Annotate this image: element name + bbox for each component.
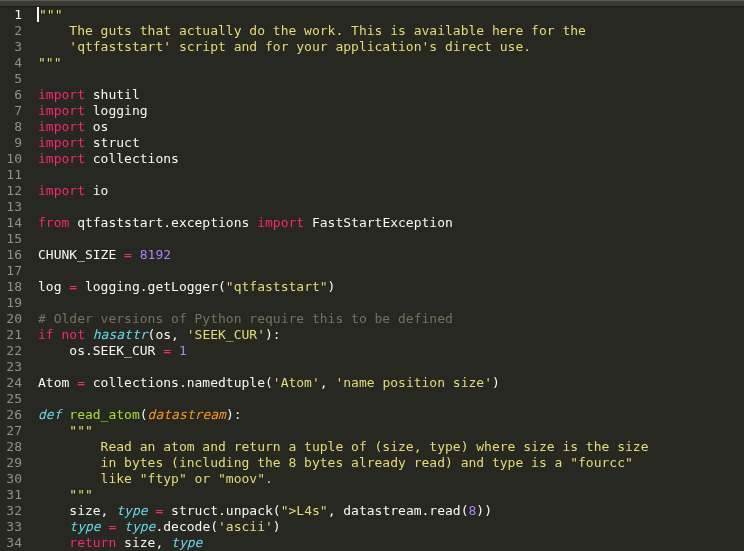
line-number: 17 — [4, 263, 22, 279]
window-titlebar — [0, 0, 744, 7]
code-line[interactable] — [38, 167, 744, 183]
line-number: 18 — [4, 279, 22, 295]
line-number: 23 — [4, 359, 22, 375]
token-plain: CHUNK_SIZE — [38, 247, 124, 262]
line-number: 9 — [4, 135, 22, 151]
code-line[interactable]: import logging — [38, 103, 744, 119]
token-type: type — [124, 519, 155, 534]
code-line[interactable]: import os — [38, 119, 744, 135]
token-plain — [38, 535, 69, 550]
code-line[interactable]: log = logging.getLogger("qtfaststart") — [38, 279, 744, 295]
token-plain: Atom — [38, 375, 77, 390]
line-number: 26 — [4, 407, 22, 423]
code-line[interactable]: import io — [38, 183, 744, 199]
token-kw: = — [77, 375, 85, 390]
code-line[interactable]: def read_atom(datastream): — [38, 407, 744, 423]
code-line[interactable]: """ — [38, 7, 744, 23]
token-plain: , datastream.read( — [328, 503, 469, 518]
token-plain: )) — [476, 503, 492, 518]
code-line[interactable] — [38, 295, 744, 311]
token-fn: read_atom — [69, 407, 139, 422]
line-number: 25 — [4, 391, 22, 407]
line-number: 4 — [4, 55, 22, 71]
code-line[interactable] — [38, 231, 744, 247]
token-num: 1 — [179, 343, 187, 358]
code-line[interactable] — [38, 71, 744, 87]
line-number: 5 — [4, 71, 22, 87]
code-line[interactable]: import shutil — [38, 87, 744, 103]
code-line[interactable]: return size, type — [38, 535, 744, 551]
token-plain: ) — [273, 519, 281, 534]
code-area[interactable]: """ The guts that actually do the work. … — [28, 7, 744, 551]
line-number: 8 — [4, 119, 22, 135]
line-number: 31 — [4, 487, 22, 503]
line-number: 1 — [4, 7, 22, 23]
token-kw: import — [38, 87, 85, 102]
code-line[interactable]: The guts that actually do the work. This… — [38, 23, 744, 39]
code-line[interactable] — [38, 199, 744, 215]
token-type: type — [116, 503, 147, 518]
token-str: """ — [39, 7, 62, 22]
code-line[interactable]: import collections — [38, 151, 744, 167]
token-plain: , — [320, 375, 336, 390]
code-editor[interactable]: 1234567891011121314151617181920212223242… — [0, 7, 744, 551]
token-plain: logging — [85, 103, 148, 118]
line-number: 34 — [4, 535, 22, 551]
token-plain — [85, 327, 93, 342]
code-line[interactable]: os.SEEK_CUR = 1 — [38, 343, 744, 359]
token-str: in bytes (including the 8 bytes already … — [38, 455, 633, 470]
token-type: def — [38, 407, 61, 422]
token-plain: collections.namedtuple( — [85, 375, 273, 390]
token-plain: ) — [328, 279, 336, 294]
token-str: like "ftyp" or "moov". — [38, 471, 273, 486]
token-num: 8192 — [140, 247, 171, 262]
code-line[interactable]: like "ftyp" or "moov". — [38, 471, 744, 487]
code-line[interactable]: from qtfaststart.exceptions import FastS… — [38, 215, 744, 231]
line-number: 12 — [4, 183, 22, 199]
token-plain: logging.getLogger( — [77, 279, 226, 294]
token-str: The guts that actually do the work. This… — [38, 23, 586, 38]
token-kw: import — [38, 135, 85, 150]
line-number: 22 — [4, 343, 22, 359]
code-line[interactable] — [38, 263, 744, 279]
code-line[interactable]: Atom = collections.namedtuple('Atom', 'n… — [38, 375, 744, 391]
token-type: type — [69, 519, 100, 534]
line-number: 27 — [4, 423, 22, 439]
token-kw: import — [38, 151, 85, 166]
line-number: 3 — [4, 39, 22, 55]
code-line[interactable] — [38, 359, 744, 375]
code-line[interactable]: """ — [38, 55, 744, 71]
token-type: type — [171, 535, 202, 550]
token-str: 'Atom' — [273, 375, 320, 390]
token-plain: ( — [140, 407, 148, 422]
token-plain: shutil — [85, 87, 140, 102]
token-kw: if — [38, 327, 54, 342]
code-line[interactable]: CHUNK_SIZE = 8192 — [38, 247, 744, 263]
token-plain: os.SEEK_CUR — [38, 343, 163, 358]
line-number: 29 — [4, 455, 22, 471]
code-line[interactable] — [38, 391, 744, 407]
token-plain: (os, — [148, 327, 187, 342]
token-plain — [38, 519, 69, 534]
token-cmt: # Older versions of Python require this … — [38, 311, 453, 326]
token-str: 'name position size' — [335, 375, 492, 390]
token-plain: .decode( — [155, 519, 218, 534]
code-line[interactable]: type = type.decode('ascii') — [38, 519, 744, 535]
code-line[interactable]: """ — [38, 487, 744, 503]
line-number: 14 — [4, 215, 22, 231]
code-line[interactable]: import struct — [38, 135, 744, 151]
line-number: 13 — [4, 199, 22, 215]
token-plain: size, — [38, 503, 116, 518]
code-line[interactable]: in bytes (including the 8 bytes already … — [38, 455, 744, 471]
line-number: 11 — [4, 167, 22, 183]
token-str: 'qtfaststart' script and for your applic… — [38, 39, 531, 54]
code-line[interactable]: # Older versions of Python require this … — [38, 311, 744, 327]
token-plain: io — [85, 183, 108, 198]
code-line[interactable]: """ — [38, 423, 744, 439]
code-line[interactable]: Read an atom and return a tuple of (size… — [38, 439, 744, 455]
code-line[interactable]: if not hasattr(os, 'SEEK_CUR'): — [38, 327, 744, 343]
code-line[interactable]: size, type = struct.unpack(">L4s", datas… — [38, 503, 744, 519]
line-number: 19 — [4, 295, 22, 311]
token-kw: not — [61, 327, 84, 342]
code-line[interactable]: 'qtfaststart' script and for your applic… — [38, 39, 744, 55]
